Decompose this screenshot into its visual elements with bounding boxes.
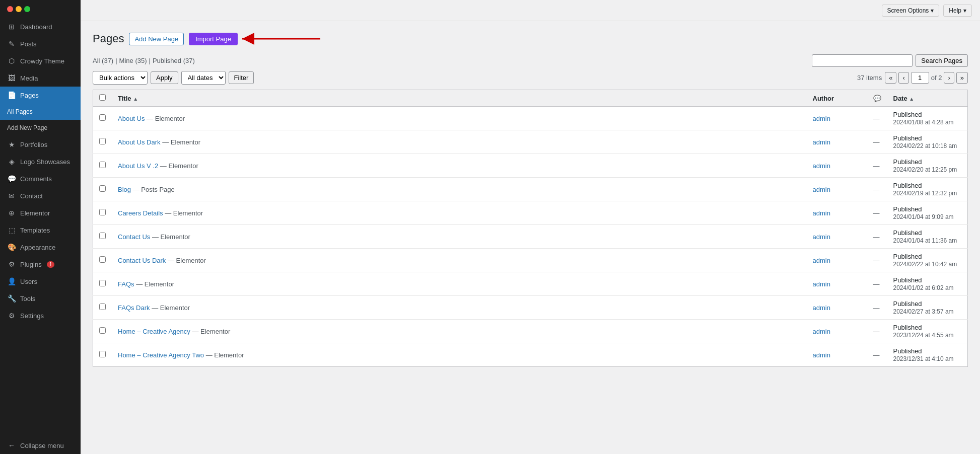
row-checkbox[interactable]: [99, 327, 106, 334]
search-pages-button[interactable]: Search Pages: [916, 54, 968, 67]
author-link[interactable]: admin: [813, 351, 830, 359]
filter-mine-link[interactable]: Mine (35): [119, 57, 147, 64]
author-link[interactable]: admin: [813, 257, 830, 264]
sidebar-item-plugins[interactable]: ⚙ Plugins 1: [0, 256, 81, 273]
sidebar-item-templates[interactable]: ⬚ Templates: [0, 221, 81, 239]
page-title-link[interactable]: Contact Us Dark: [118, 257, 166, 264]
sidebar-item-media[interactable]: 🖼 Media: [0, 69, 81, 87]
comments-value: —: [873, 162, 880, 170]
author-link[interactable]: admin: [813, 328, 830, 335]
table-header: Title ▲ Author 💬 Date ▲: [93, 90, 968, 107]
first-page-button[interactable]: «: [885, 72, 896, 84]
row-author-cell: admin: [807, 201, 867, 225]
sidebar-item-posts[interactable]: ✎ Posts: [0, 35, 81, 52]
sidebar-item-users[interactable]: 👤 Users: [0, 273, 81, 290]
author-link[interactable]: admin: [813, 304, 830, 312]
page-title-link[interactable]: Contact Us: [118, 233, 150, 241]
author-link[interactable]: admin: [813, 186, 830, 193]
import-page-button[interactable]: Import Page: [189, 33, 238, 45]
date-status: Published: [893, 182, 922, 189]
sidebar-item-settings[interactable]: ⚙ Settings: [0, 307, 81, 324]
page-title-link[interactable]: About Us V .2: [118, 162, 158, 170]
row-checkbox[interactable]: [99, 233, 106, 239]
comments-value: —: [873, 233, 880, 241]
row-checkbox[interactable]: [99, 114, 106, 121]
page-title-link[interactable]: Blog: [118, 186, 131, 193]
row-checkbox[interactable]: [99, 351, 106, 357]
maximize-button[interactable]: [24, 6, 30, 12]
page-suffix: — Elementor: [147, 115, 185, 122]
sidebar-item-collapse[interactable]: ← Collapse menu: [0, 437, 81, 454]
date-value: 2024/02/22 at 10:42 am: [893, 261, 957, 268]
page-suffix: — Elementor: [192, 328, 230, 335]
screen-options-button[interactable]: Screen Options ▾: [882, 5, 940, 17]
row-title-cell: Contact Us — Elementor: [112, 225, 807, 249]
row-checkbox[interactable]: [99, 162, 106, 168]
page-title-link[interactable]: FAQs Dark: [118, 304, 150, 312]
comments-header: 💬: [867, 90, 887, 107]
row-checkbox-cell: [93, 272, 112, 296]
filter-all-link[interactable]: All (37): [93, 57, 113, 64]
row-author-cell: admin: [807, 178, 867, 201]
table-row: Home – Creative Agency Two — Elementor a…: [93, 343, 968, 367]
bulk-actions-select[interactable]: Bulk actions: [93, 71, 148, 85]
author-link[interactable]: admin: [813, 280, 830, 288]
date-header: Date ▲: [887, 90, 968, 107]
date-sort-icon[interactable]: ▲: [909, 96, 914, 102]
row-checkbox[interactable]: [99, 185, 106, 192]
page-title-link[interactable]: About Us Dark: [118, 138, 161, 146]
page-suffix: — Elementor: [168, 257, 206, 264]
page-title-link[interactable]: Home – Creative Agency: [118, 328, 190, 335]
sidebar-item-add-new-page[interactable]: Add New Page: [0, 120, 81, 136]
screen-options-chevron-icon: ▾: [931, 7, 934, 14]
sidebar-item-contact[interactable]: ✉ Contact: [0, 187, 81, 204]
sidebar-item-pages[interactable]: 📄 Pages: [0, 87, 81, 104]
date-filter-select[interactable]: All dates: [181, 71, 226, 85]
sidebar-label-users: Users: [20, 278, 37, 285]
sidebar-item-dashboard[interactable]: ⊞ Dashboard: [0, 18, 81, 35]
author-link[interactable]: admin: [813, 115, 830, 122]
page-title-link[interactable]: FAQs: [118, 280, 134, 288]
sidebar-item-elementor[interactable]: ⊕ Elementor: [0, 204, 81, 221]
current-page-input[interactable]: [911, 72, 929, 84]
row-checkbox[interactable]: [99, 209, 106, 215]
author-link[interactable]: admin: [813, 233, 830, 241]
sidebar-item-tools[interactable]: 🔧 Tools: [0, 290, 81, 307]
sidebar-item-appearance[interactable]: 🎨 Appearance: [0, 239, 81, 256]
title-sort-icon[interactable]: ▲: [133, 96, 138, 102]
add-new-page-button[interactable]: Add New Page: [129, 33, 184, 45]
row-checkbox[interactable]: [99, 138, 106, 144]
page-title-link[interactable]: Home – Creative Agency Two: [118, 351, 204, 359]
row-date-cell: Published 2023/12/31 at 4:10 am: [887, 343, 968, 367]
row-checkbox[interactable]: [99, 256, 106, 263]
close-button[interactable]: [7, 6, 13, 12]
filter-published-link[interactable]: Published (37): [153, 57, 195, 64]
row-comments-cell: —: [867, 201, 887, 225]
row-comments-cell: —: [867, 320, 887, 343]
page-title-link[interactable]: Careers Details: [118, 209, 163, 217]
row-date-cell: Published 2024/01/02 at 6:02 am: [887, 272, 968, 296]
author-link[interactable]: admin: [813, 138, 830, 146]
apply-button[interactable]: Apply: [151, 71, 178, 84]
sidebar-item-all-pages[interactable]: All Pages: [0, 104, 81, 120]
author-link[interactable]: admin: [813, 209, 830, 217]
row-checkbox[interactable]: [99, 280, 106, 286]
author-link[interactable]: admin: [813, 162, 830, 170]
last-page-button[interactable]: »: [956, 72, 968, 84]
help-button[interactable]: Help ▾: [943, 5, 972, 17]
minimize-button[interactable]: [16, 6, 22, 12]
row-checkbox[interactable]: [99, 304, 106, 310]
sidebar-item-portfolios[interactable]: ★ Portfolios: [0, 136, 81, 153]
sidebar-item-logo-showcases[interactable]: ◈ Logo Showcases: [0, 153, 81, 170]
select-all-checkbox[interactable]: [99, 94, 106, 101]
row-author-cell: admin: [807, 296, 867, 320]
row-comments-cell: —: [867, 107, 887, 130]
traffic-lights: [7, 6, 30, 12]
search-input[interactable]: [812, 54, 913, 67]
page-title-link[interactable]: About Us: [118, 115, 145, 122]
sidebar-item-comments[interactable]: 💬 Comments: [0, 170, 81, 187]
sidebar-item-crowdy-theme[interactable]: ⬡ Crowdy Theme: [0, 52, 81, 69]
next-page-button[interactable]: ›: [944, 72, 954, 84]
filter-button[interactable]: Filter: [229, 71, 254, 84]
prev-page-button[interactable]: ‹: [898, 72, 908, 84]
